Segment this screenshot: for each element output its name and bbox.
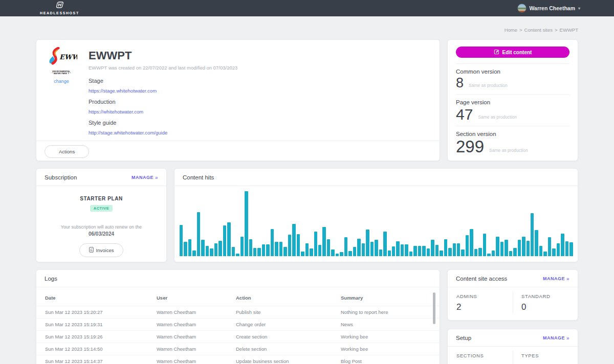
subscription-manage-link[interactable]: MANAGE » [131, 175, 158, 180]
renew-text: Your subscription will auto renew on the [61, 224, 142, 230]
chart-bar [448, 248, 451, 257]
chart-bar [478, 248, 481, 257]
actions-button[interactable]: Actions [45, 145, 89, 158]
chevron-down-icon: ▾ [578, 6, 580, 11]
site-link-label: Style guide [89, 120, 237, 126]
access-manage-link[interactable]: MANAGE » [543, 276, 569, 282]
headlesshost-logo-icon [55, 2, 63, 11]
chart-bar [413, 246, 416, 256]
table-cell: News [341, 322, 440, 327]
page-title: EWWPT [89, 49, 237, 62]
status-badge: ACTIVE [90, 205, 113, 212]
version-note: Same as production [469, 83, 508, 89]
site-link-group: Productionhttps://whitehotwater.com [89, 99, 237, 120]
version-item: Section version299Same as production [456, 126, 569, 159]
chart-bar [383, 232, 386, 256]
site-logo-text: EWWPT [59, 53, 77, 61]
breadcrumb-item-home[interactable]: Home [505, 27, 517, 33]
table-cell: Working bee [341, 334, 440, 339]
table-cell: Nothing to report here [341, 309, 440, 315]
brand[interactable]: HEADLESSHOST [40, 2, 79, 15]
chart-bar [539, 246, 542, 256]
setup-column-sections: SECTIONS [448, 347, 513, 364]
top-navbar: HEADLESSHOST Warren Cheetham ▾ [0, 0, 614, 16]
chart-bar [440, 251, 443, 256]
table-cell: Warren Cheetham [157, 334, 236, 339]
double-chevron-right-icon: » [566, 276, 569, 282]
subscription-title: Subscription [45, 174, 77, 180]
chart-bar [271, 229, 274, 256]
chart-bar [192, 251, 195, 256]
chart-bar [492, 251, 495, 256]
setup-manage-link[interactable]: MANAGE » [543, 335, 569, 341]
table-cell: Blog Post [341, 358, 440, 364]
chart-bar [197, 212, 200, 256]
table-cell: Warren Cheetham [157, 322, 236, 327]
chart-bar [232, 247, 235, 256]
site-subtitle: EWWPT was created on 22/07/2022 and last… [89, 65, 237, 71]
breadcrumb-separator: > [519, 27, 522, 33]
chart-bar [370, 242, 374, 256]
chart-bar [509, 251, 512, 256]
chart-bar [435, 245, 438, 256]
chart-bar [262, 244, 265, 256]
chart-bar [470, 229, 473, 256]
logs-scrollbar[interactable] [433, 292, 435, 324]
invoices-button[interactable]: Invoices [79, 243, 124, 257]
access-stat-standard: STANDARD0 [513, 287, 578, 318]
setup-card: Setup MANAGE » SECTIONSTYPES [447, 329, 578, 364]
user-menu[interactable]: Warren Cheetham ▾ [517, 4, 580, 13]
site-link-url[interactable]: https://whitehotwater.com [89, 109, 143, 115]
chart-bar [483, 234, 486, 256]
chart-bar [388, 251, 391, 256]
chart-bar [288, 235, 291, 256]
version-value: 299 [456, 140, 484, 154]
table-cell: Warren Cheetham [157, 309, 236, 315]
chart-bar [362, 243, 365, 256]
double-chevron-right-icon: » [155, 175, 158, 180]
chart-bar [223, 225, 226, 256]
content-hits-chart [180, 191, 573, 256]
chart-bar [375, 240, 378, 256]
chart-bar [518, 240, 521, 256]
chart-bar [322, 227, 325, 256]
chart-bar [418, 246, 421, 256]
table-cell: Warren Cheetham [157, 346, 236, 352]
chart-bar [331, 249, 334, 256]
chart-bar [218, 241, 222, 256]
version-value: 47 [456, 108, 473, 121]
chart-bar [552, 248, 555, 256]
chart-bar [379, 249, 382, 256]
table-cell: Sun Mar 12 2023 15:20:27 [45, 309, 157, 315]
chart-bar [184, 242, 187, 256]
chart-bar [283, 247, 287, 256]
content-hits-title: Content hits [183, 174, 214, 180]
chart-bar [318, 245, 321, 256]
breadcrumb-item-content-sites[interactable]: Content sites [524, 27, 553, 33]
site-link-url[interactable]: https://stage.whitehotwater.com [89, 88, 157, 94]
edit-content-button[interactable]: Edit content [456, 47, 569, 58]
chart-bar [513, 248, 516, 257]
double-chevron-right-icon: » [566, 335, 569, 341]
change-logo-link[interactable]: change [54, 79, 69, 84]
stat-value: 0 [521, 302, 578, 312]
logs-column-header: User [157, 295, 236, 301]
table-row: Sun Mar 12 2023 15:20:27Warren CheethamP… [36, 306, 440, 318]
table-cell: Sun Mar 12 2023 15:14:50 [45, 346, 157, 352]
stat-value: 2 [456, 302, 513, 312]
chart-bar [444, 239, 447, 256]
version-note: Same as production [489, 148, 528, 154]
chart-bar [201, 240, 204, 256]
chart-bar [245, 191, 248, 256]
chart-bar [249, 239, 252, 256]
site-link-url[interactable]: http://stage.whitehotwater.com/guide [89, 130, 167, 135]
chart-bar [292, 224, 295, 257]
plan-name: STARTER PLAN [80, 196, 123, 201]
table-cell: Sun Mar 12 2023 15:14:37 [45, 358, 157, 364]
table-cell: Update business section [236, 358, 341, 364]
logs-column-header: Action [236, 295, 341, 301]
logs-title: Logs [45, 276, 57, 282]
subscription-card: Subscription MANAGE » STARTER PLAN ACTIV… [36, 168, 167, 262]
chart-bar [279, 242, 282, 256]
table-row: Sun Mar 12 2023 15:14:37Warren CheethamU… [36, 355, 440, 364]
